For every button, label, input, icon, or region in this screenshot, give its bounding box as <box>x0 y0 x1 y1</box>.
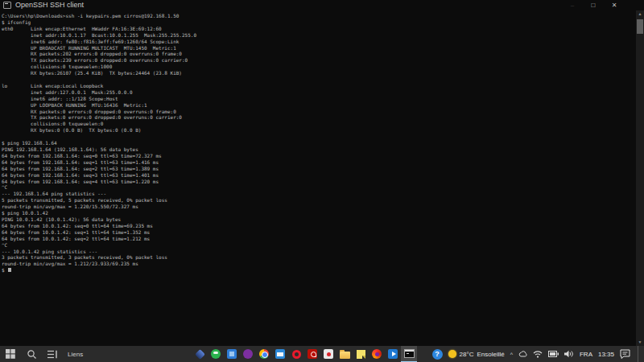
terminal-lines: C:\Users\hp\Downloads>ssh -i keypairs.pe… <box>2 13 636 267</box>
taskbar-button-purple-app[interactable] <box>240 346 256 362</box>
task-view-icon <box>47 350 58 359</box>
window-title: OpenSSH SSH client <box>15 0 84 10</box>
terminal-line: ^C <box>2 242 636 249</box>
terminal-line: 64 bytes from 192.168.1.64: seq=4 ttl=63… <box>2 179 636 185</box>
terminal-line: inet addr:127.0.0.1 Mask:255.0.0.0 <box>2 89 636 96</box>
volume-icon[interactable] <box>564 350 574 358</box>
mail-icon <box>275 349 285 359</box>
window-controls: – □ ✕ <box>562 0 625 10</box>
window-titlebar[interactable]: OpenSSH SSH client – □ ✕ <box>0 0 644 10</box>
taskbar-button-white-red-app[interactable] <box>320 346 336 362</box>
restore-button[interactable]: □ <box>583 0 604 10</box>
terminal-line: inet6 addr: ::1/128 Scope:Host <box>2 96 636 102</box>
task-view-button[interactable] <box>42 346 63 362</box>
windows-logo-icon <box>6 349 15 359</box>
terminal-line: RX bytes:0 (0.0 B) TX bytes:0 (0.0 B) <box>2 127 636 134</box>
terminal-line: 64 bytes from 192.168.1.64: seq=0 ttl=63… <box>2 153 636 159</box>
taskbar-pinned-apps <box>192 346 417 362</box>
red-swirl-app-icon <box>372 349 382 359</box>
hidden-icons-chevron-icon[interactable]: ^ <box>510 352 513 357</box>
taskbar-button-openssh-terminal[interactable] <box>401 346 417 362</box>
taskbar-search-button[interactable] <box>21 346 42 362</box>
diamond-app-icon <box>195 349 205 360</box>
links-toolbar-label[interactable]: Liens <box>68 351 83 358</box>
terminal-line: RX packets:202 errors:0 dropped:0 overru… <box>2 51 636 57</box>
taskbar-button-sticky-notes[interactable] <box>353 346 369 362</box>
terminal-line: 64 bytes from 192.168.1.64: seq=3 ttl=63… <box>2 172 636 179</box>
terminal-line: RX packets:0 errors:0 dropped:0 overruns… <box>2 109 636 115</box>
battery-icon[interactable] <box>548 351 559 357</box>
file-explorer-icon <box>340 352 350 359</box>
chrome-icon <box>259 349 269 359</box>
taskbar-button-red-swirl-app[interactable] <box>369 346 385 362</box>
terminal-line: UP BROADCAST RUNNING MULTICAST MTU:1450 … <box>2 45 636 51</box>
terminal-icon <box>404 349 415 358</box>
terminal-line: PING 192.168.1.64 (192.168.1.64): 56 dat… <box>2 146 636 153</box>
wifi-icon[interactable] <box>533 350 543 358</box>
taskbar-button-file-explorer[interactable] <box>336 346 353 362</box>
scrollbar-up-icon[interactable]: ▲ <box>636 10 644 18</box>
taskbar-button-green-app[interactable] <box>208 346 224 362</box>
weather-widget[interactable]: 28°C Ensoleillé <box>448 350 505 358</box>
opera-icon <box>292 350 301 359</box>
action-center-icon[interactable] <box>620 349 630 359</box>
taskbar-clock[interactable]: 13:35 <box>598 351 614 358</box>
terminal-line: TX packets:239 errors:0 dropped:0 overru… <box>2 57 636 64</box>
taskbar-button-chrome[interactable] <box>256 346 272 362</box>
show-desktop-button[interactable] <box>638 346 641 362</box>
terminal-line: collisions:0 txqueuelen:1000 <box>2 64 636 70</box>
scrollbar-down-icon[interactable]: ▼ <box>636 339 644 346</box>
terminal-line: 3 packets transmitted, 3 packets receive… <box>2 254 636 261</box>
terminal-line: C:\Users\hp\Downloads>ssh -i keypairs.pe… <box>2 13 636 19</box>
terminal-line: --- 10.0.1.42 ping statistics --- <box>2 249 636 255</box>
terminal-line: 64 bytes from 192.168.1.64: seq=2 ttl=63… <box>2 166 636 172</box>
desktop: OpenSSH SSH client – □ ✕ C:\Users\hp\Dow… <box>0 0 644 362</box>
terminal-line: 64 bytes from 10.0.1.42: seq=2 ttl=64 ti… <box>2 236 636 242</box>
terminal-cursor <box>8 268 11 272</box>
terminal-line: --- 192.168.1.64 ping statistics --- <box>2 191 636 197</box>
terminal-line <box>2 76 636 83</box>
terminal-scrollbar[interactable]: ▲ ▼ <box>636 10 644 346</box>
terminal-line: 64 bytes from 10.0.1.42: seq=1 ttl=64 ti… <box>2 229 636 236</box>
terminal-line <box>2 134 636 140</box>
taskbar-button-opera[interactable] <box>288 346 304 362</box>
taskbar-button-diamond-app[interactable] <box>192 346 208 362</box>
acrobat-icon <box>308 349 317 359</box>
terminal-line: round-trip min/avg/max = 1.212/23.933/69… <box>2 261 636 267</box>
close-button[interactable]: ✕ <box>604 0 625 10</box>
taskbar-button-acrobat[interactable] <box>304 346 320 362</box>
taskbar-button-mail[interactable] <box>272 346 288 362</box>
language-indicator[interactable]: FRA <box>580 351 592 358</box>
terminal-line: 5 packets transmitted, 5 packets receive… <box>2 197 636 204</box>
taskbar-tray: ? 28°C Ensoleillé ^ <box>432 346 641 362</box>
terminal-prompt-line: $ <box>2 267 636 274</box>
terminal-line: inet addr:10.0.1.17 Bcast:10.0.1.255 Mas… <box>2 32 636 39</box>
sticky-notes-icon <box>357 350 365 359</box>
console-app-icon <box>3 2 11 9</box>
terminal-line: $ ifconfig <box>2 19 636 26</box>
onedrive-cloud-icon[interactable] <box>518 350 527 359</box>
green-app-icon <box>211 349 221 359</box>
taskbar-button-movies-tv[interactable] <box>385 346 401 362</box>
weather-condition: Ensoleillé <box>477 351 504 358</box>
terminal-output[interactable]: C:\Users\hp\Downloads>ssh -i keypairs.pe… <box>0 10 636 346</box>
purple-app-icon <box>243 349 253 359</box>
minimize-button[interactable]: – <box>562 0 583 10</box>
white-red-app-icon <box>324 349 333 359</box>
terminal-line: $ ping 192.168.1.64 <box>2 140 636 146</box>
sun-icon <box>448 350 456 358</box>
help-icon[interactable]: ? <box>432 349 443 360</box>
terminal-line: TX packets:0 errors:0 dropped:0 overruns… <box>2 114 636 121</box>
terminal-line: lo Link encap:Local Loopback <box>2 83 636 89</box>
terminal-line: 64 bytes from 10.0.1.42: seq=0 ttl=64 ti… <box>2 223 636 229</box>
start-button[interactable] <box>0 346 21 362</box>
scrollbar-thumb[interactable] <box>637 19 643 34</box>
terminal-line: $ ping 10.0.1.42 <box>2 210 636 216</box>
weather-temperature: 28°C <box>460 351 474 358</box>
taskbar-left-group: Liens <box>0 346 83 362</box>
terminal-line: round-trip min/avg/max = 1.220/15.550/72… <box>2 204 636 210</box>
terminal-line: inet6 addr: fe80::f816:3eff:fe69:1260/64… <box>2 39 636 45</box>
taskbar-button-blue-app[interactable] <box>224 346 240 362</box>
terminal-line: 64 bytes from 192.168.1.64: seq=1 ttl=63… <box>2 159 636 166</box>
search-icon <box>27 349 37 360</box>
